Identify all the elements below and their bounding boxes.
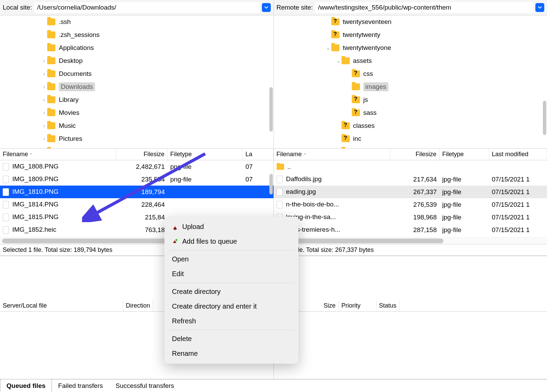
file-type: jpg-file bbox=[440, 188, 489, 196]
file-row[interactable]: laying-in-the-sa...198,968jpg-file07/15/… bbox=[274, 211, 547, 224]
folder-icon bbox=[47, 70, 55, 77]
file-name: IMG_1814.PNG bbox=[12, 201, 58, 208]
tree-item[interactable]: css bbox=[274, 67, 547, 80]
sort-asc-icon: ⌃ bbox=[303, 153, 306, 157]
tree-item[interactable]: twentyseventeen bbox=[274, 15, 547, 28]
tree-item[interactable]: twentytwenty bbox=[274, 28, 547, 41]
tree-item[interactable]: ›Music bbox=[0, 119, 274, 132]
file-row[interactable]: IMG_1808.PNG2,482,671png-file07 bbox=[0, 160, 274, 173]
ctx-open[interactable]: Open bbox=[164, 252, 298, 267]
remote-tree[interactable]: twentyseventeentwentytwenty⌄twentytwenty… bbox=[274, 15, 547, 149]
expand-arrow-icon[interactable]: › bbox=[41, 71, 47, 77]
tree-item[interactable]: ›Desktop bbox=[0, 54, 274, 67]
local-tree[interactable]: .ssh.zsh_sessionsApplications›Desktop›Do… bbox=[0, 15, 274, 149]
expand-arrow-icon[interactable]: › bbox=[41, 123, 47, 129]
file-row[interactable]: Daffodils.jpg217,634jpg-file07/15/2021 1 bbox=[274, 173, 547, 186]
folder-icon bbox=[47, 96, 55, 103]
tree-item[interactable]: images bbox=[274, 80, 547, 93]
file-size: 189,794 bbox=[116, 188, 168, 196]
ctx-edit[interactable]: Edit bbox=[164, 267, 298, 281]
tab-failed-transfers[interactable]: Failed transfers bbox=[52, 379, 109, 392]
file-row[interactable]: oses-tremieres-h...287,158jpg-file07/15/… bbox=[274, 224, 547, 236]
expand-arrow-icon[interactable]: ⌄ bbox=[325, 45, 331, 51]
tree-item[interactable]: ⌄assets bbox=[274, 54, 547, 67]
ctx-create-dir-enter[interactable]: Create directory and enter it bbox=[164, 299, 298, 314]
file-type: png-file bbox=[168, 163, 243, 171]
tree-item[interactable]: classes bbox=[274, 119, 547, 132]
tree-item[interactable]: ›Movies bbox=[0, 106, 274, 119]
col-filename[interactable]: Filename⌃ bbox=[0, 149, 116, 160]
tree-item-label: css bbox=[363, 70, 373, 78]
folder-icon bbox=[331, 18, 339, 25]
remote-column-headers[interactable]: Filename⌃ Filesize Filetype Last modifie… bbox=[274, 149, 547, 160]
col-filename[interactable]: Filename⌃ bbox=[274, 149, 390, 160]
tree-item[interactable]: Applications bbox=[0, 41, 274, 54]
ctx-delete[interactable]: Delete bbox=[164, 332, 298, 346]
chevron-down-icon bbox=[264, 6, 268, 9]
tab-successful-transfers[interactable]: Successful transfers bbox=[109, 379, 181, 392]
folder-icon bbox=[331, 44, 339, 51]
upload-arrow-icon bbox=[172, 224, 177, 230]
tree-item[interactable]: template-parts bbox=[274, 145, 547, 149]
file-row[interactable]: IMG_1809.PNG235,554png-file07 bbox=[0, 173, 274, 186]
ctx-refresh[interactable]: Refresh bbox=[164, 314, 298, 328]
remote-file-list[interactable]: ..Daffodils.jpg217,634jpg-file07/15/2021… bbox=[274, 160, 547, 237]
ctx-upload[interactable]: Upload bbox=[164, 219, 298, 234]
tree-item[interactable]: .ssh bbox=[0, 15, 274, 28]
tree-item[interactable]: js bbox=[274, 93, 547, 106]
file-row[interactable]: IMG_1814.PNG228,464 bbox=[0, 198, 274, 211]
scrollbar-thumb[interactable] bbox=[543, 101, 546, 135]
col-filesize[interactable]: Filesize bbox=[390, 149, 440, 160]
file-row[interactable]: n-the-bois-de-bo...276,539jpg-file07/15/… bbox=[274, 198, 547, 211]
expand-arrow-icon[interactable]: › bbox=[41, 136, 47, 141]
remote-hscroll[interactable] bbox=[274, 237, 547, 244]
col-filesize[interactable]: Filesize bbox=[116, 149, 168, 160]
col-direction[interactable]: Direction bbox=[123, 300, 153, 311]
remote-path-dropdown[interactable] bbox=[535, 3, 544, 12]
folder-icon bbox=[47, 57, 55, 64]
tree-item[interactable]: ›Documents bbox=[0, 67, 274, 80]
expand-arrow-icon[interactable]: › bbox=[41, 84, 47, 90]
tree-item[interactable]: Public bbox=[0, 145, 274, 149]
tree-item[interactable]: ›Pictures bbox=[0, 132, 274, 145]
col-server-local[interactable]: Server/Local file bbox=[0, 300, 123, 311]
col-priority[interactable]: Priority bbox=[339, 300, 376, 311]
file-size: 763,18 bbox=[116, 226, 168, 234]
local-path-dropdown[interactable] bbox=[262, 3, 271, 12]
tree-item[interactable]: ⌄twentytwentyone bbox=[274, 41, 547, 54]
file-row[interactable]: eading.jpg267,337jpg-file07/15/2021 1 bbox=[274, 186, 547, 198]
file-icon bbox=[3, 214, 9, 221]
file-row[interactable]: .. bbox=[274, 160, 547, 173]
scrollbar-thumb[interactable] bbox=[269, 87, 273, 132]
tree-item[interactable]: ›Library bbox=[0, 93, 274, 106]
tree-item[interactable]: ›Downloads bbox=[0, 80, 274, 93]
expand-arrow-icon[interactable]: › bbox=[41, 58, 47, 64]
local-path-input[interactable]: /Users/cornelia/Downloads/ bbox=[34, 2, 260, 13]
queue-columns-right[interactable]: Size Priority Status bbox=[274, 300, 547, 312]
col-status[interactable]: Status bbox=[376, 300, 400, 311]
col-modified[interactable]: La bbox=[243, 149, 274, 160]
tree-item[interactable]: inc bbox=[274, 132, 547, 145]
file-size: 267,337 bbox=[390, 188, 440, 196]
expand-arrow-icon[interactable]: › bbox=[41, 110, 47, 116]
folder-icon bbox=[47, 44, 55, 51]
expand-arrow-icon[interactable]: › bbox=[41, 97, 47, 103]
file-name: eading.jpg bbox=[286, 188, 316, 195]
local-column-headers[interactable]: Filename⌃ Filesize Filetype La bbox=[0, 149, 274, 160]
ctx-rename[interactable]: Rename bbox=[164, 346, 298, 361]
expand-arrow-icon[interactable]: ⌄ bbox=[335, 58, 342, 64]
col-modified[interactable]: Last modified bbox=[489, 149, 547, 160]
ctx-create-dir[interactable]: Create directory bbox=[164, 284, 298, 299]
col-filetype[interactable]: Filetype bbox=[440, 149, 489, 160]
tab-queued-files[interactable]: Queued files bbox=[0, 379, 52, 392]
tree-item[interactable]: sass bbox=[274, 106, 547, 119]
remote-path-input[interactable]: /www/testingsitex_556/public/wp-content/… bbox=[315, 2, 533, 13]
file-size: 287,158 bbox=[390, 226, 440, 234]
file-row[interactable]: IMG_1810.PNG189,794 bbox=[0, 186, 274, 198]
col-filetype[interactable]: Filetype bbox=[168, 149, 243, 160]
tree-item-label: .zsh_sessions bbox=[59, 31, 99, 39]
file-modified: 07 bbox=[243, 176, 274, 183]
scrollbar-thumb[interactable] bbox=[269, 174, 273, 194]
tree-item[interactable]: .zsh_sessions bbox=[0, 28, 274, 41]
ctx-add-to-queue[interactable]: Add files to queue bbox=[164, 234, 298, 249]
